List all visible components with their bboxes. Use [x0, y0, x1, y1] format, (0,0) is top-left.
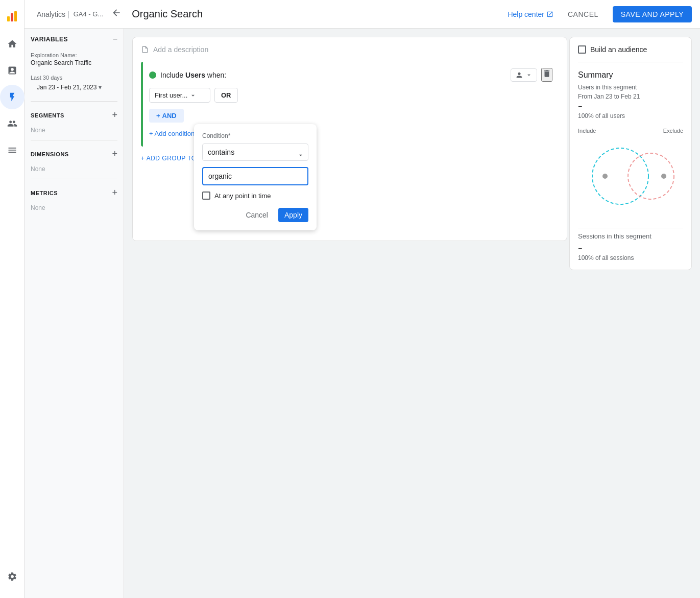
first-user-label: First user...: [155, 91, 187, 99]
divider-3: [31, 179, 117, 179]
condition-popup: Condition* contains exactly matches star…: [194, 124, 317, 230]
cancel-button[interactable]: CANCEL: [560, 6, 607, 22]
popup-cancel-button[interactable]: Cancel: [239, 208, 274, 222]
condition-select-wrapper: contains exactly matches starts with end…: [202, 143, 308, 167]
dimensions-add-button[interactable]: +: [112, 149, 117, 159]
users-subtitle: Users in this segment: [578, 84, 683, 91]
sidebar-item-reports[interactable]: [0, 58, 25, 83]
date-range-section: Last 30 days Jan 23 - Feb 21, 2023 ▾: [25, 70, 124, 97]
venn-diagram: [585, 138, 677, 220]
sessions-divider: [578, 228, 683, 228]
settings-icon[interactable]: [0, 564, 25, 589]
and-row: + AND: [149, 109, 552, 123]
metrics-value: None: [25, 202, 124, 213]
help-center-link[interactable]: Help center: [508, 10, 553, 18]
segment-builder: Add a description Include Users when:: [132, 37, 567, 241]
and-plus: +: [156, 112, 160, 119]
main-content: Add a description Include Users when:: [124, 29, 700, 598]
divider-1: [31, 101, 117, 102]
sidebar-item-home[interactable]: [0, 32, 25, 56]
venn-labels: Include Exclude: [578, 128, 683, 134]
user-scope-button[interactable]: [511, 68, 537, 82]
description-placeholder[interactable]: Add a description: [153, 45, 208, 54]
segments-header: SEGMENTS +: [25, 106, 124, 125]
logo-bar-3: [14, 11, 17, 21]
date-chevron: ▾: [99, 84, 102, 91]
include-icons: [511, 68, 552, 82]
page-title: Organic Search: [132, 8, 508, 20]
dimensions-title: DIMENSIONS: [31, 151, 69, 157]
metrics-add-button[interactable]: +: [112, 187, 117, 198]
summary-title: Summary: [578, 70, 683, 80]
sessions-value: −: [578, 244, 683, 252]
users-percent: 100% of all users: [578, 112, 683, 119]
nav-actions: Help center CANCEL SAVE AND APPLY: [508, 6, 692, 22]
include-label: Include Users when:: [160, 71, 226, 79]
include-title: Include Users when:: [149, 71, 226, 79]
exclude-venn-label: Exclude: [663, 128, 683, 134]
first-user-select[interactable]: First user...: [149, 88, 210, 103]
app-name-label: Analytics: [37, 10, 65, 18]
back-button[interactable]: [111, 8, 122, 20]
when-text: when:: [207, 71, 226, 79]
any-point-checkbox[interactable]: [202, 192, 210, 200]
sidebar-item-explore[interactable]: [0, 85, 25, 109]
segments-title: SEGMENTS: [31, 112, 64, 118]
top-nav: Analytics | GA4 - G... Organic Search He…: [0, 0, 700, 29]
segments-value: None: [25, 125, 124, 136]
logo-bar-1: [7, 16, 10, 21]
exploration-name-value: Organic Search Traffic: [31, 59, 117, 66]
build-audience-label: Build an audience: [590, 45, 647, 54]
description-icon: [141, 45, 149, 54]
or-button[interactable]: OR: [214, 88, 238, 103]
users-bold: Users: [185, 71, 205, 79]
include-block: Include Users when:: [141, 62, 559, 147]
sidebar-item-advertising[interactable]: [0, 138, 25, 162]
dimensions-header: DIMENSIONS +: [25, 145, 124, 163]
nav-separator: |: [67, 10, 69, 18]
include-dot: [602, 174, 608, 179]
condition-select[interactable]: contains exactly matches starts with end…: [202, 143, 308, 161]
condition-input[interactable]: [202, 167, 308, 185]
segments-add-button[interactable]: +: [112, 110, 117, 121]
and-label: AND: [162, 112, 177, 119]
include-text: Include: [160, 71, 183, 79]
include-header: Include Users when:: [149, 68, 552, 82]
sidebar: [0, 0, 25, 598]
description-row: Add a description: [141, 45, 559, 54]
build-audience-checkbox[interactable]: [578, 45, 586, 54]
date-range-label: Last 30 days: [31, 75, 117, 81]
condition-label: Condition*: [202, 132, 308, 139]
save-apply-button[interactable]: SAVE AND APPLY: [613, 6, 692, 22]
help-center-label: Help center: [508, 10, 544, 18]
minimize-button[interactable]: −: [113, 35, 117, 44]
exploration-name-label: Exploration Name:: [31, 52, 117, 58]
popup-apply-button[interactable]: Apply: [278, 208, 308, 222]
build-audience-row: Build an audience: [578, 45, 683, 62]
any-point-label: At any point in time: [214, 192, 271, 200]
checkbox-row: At any point in time: [202, 192, 308, 200]
metrics-title: METRICS: [31, 190, 58, 196]
users-value: −: [578, 102, 683, 110]
exploration-name-section: Exploration Name: Organic Search Traffic: [25, 48, 124, 70]
app-logo: [0, 4, 25, 29]
logo-bar-2: [11, 13, 13, 21]
and-button[interactable]: + AND: [149, 109, 184, 123]
exclude-circle: [628, 153, 674, 199]
popup-actions: Cancel Apply: [202, 208, 308, 222]
sidebar-item-audience[interactable]: [0, 111, 25, 136]
venn-svg: [585, 138, 677, 214]
sessions-subtitle: Sessions in this segment: [578, 232, 683, 240]
metrics-header: METRICS +: [25, 183, 124, 202]
divider-2: [31, 140, 117, 140]
condition-row: First user... Condition* contains exactl…: [149, 88, 552, 103]
delete-button[interactable]: [541, 68, 552, 82]
date-range-row[interactable]: Jan 23 - Feb 21, 2023 ▾: [31, 82, 117, 93]
date-range-value: Jan 23 - Feb 21, 2023: [37, 84, 96, 91]
exclude-dot: [661, 174, 666, 179]
green-dot: [149, 71, 156, 79]
account-label: GA4 - G...: [74, 10, 104, 18]
sessions-percent: 100% of all sessions: [578, 254, 683, 261]
include-venn-label: Include: [578, 128, 596, 134]
panel-header: Variables −: [25, 35, 124, 48]
